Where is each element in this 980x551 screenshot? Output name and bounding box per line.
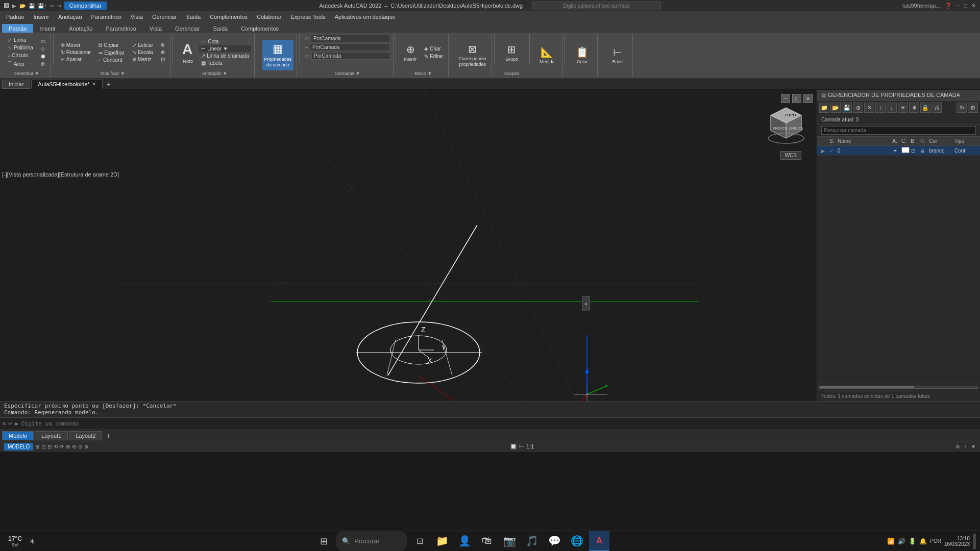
quick-save[interactable]: 💾 <box>29 3 35 9</box>
bloco-label[interactable]: Bloco ▼ <box>414 70 432 76</box>
btn-mover[interactable]: ✥Mover <box>59 42 93 48</box>
help-icon[interactable]: ❓ <box>945 3 952 9</box>
layer-bold[interactable]: ⊡ <box>909 148 918 154</box>
layer-active[interactable]: ☀ <box>890 148 899 154</box>
status-arrow-down[interactable]: ▼ <box>971 444 976 449</box>
btn-cota[interactable]: ↔Cota <box>199 38 251 45</box>
anotacao-label[interactable]: Anotação ▼ <box>202 70 227 76</box>
btn-draw-extra1[interactable]: ▭ <box>39 38 47 44</box>
tab-gerenciar[interactable]: Gerenciar <box>168 24 206 33</box>
viewport[interactable]: [-][Vista personalizada][Estrutura de ar… <box>0 90 817 401</box>
btn-propriedades-camada[interactable]: ▦ Propriedadesda camada <box>262 40 294 70</box>
minimize-btn[interactable]: ─ <box>956 3 960 9</box>
btn-base[interactable]: ⊢ Base <box>608 40 627 70</box>
clock[interactable]: 13:18 16/03/2023 <box>944 536 970 547</box>
btn-colar[interactable]: 📋 Colar <box>573 40 592 70</box>
quick-saveas[interactable]: 💾+ <box>38 3 47 9</box>
btn-layer-toggle2[interactable]: ❄ <box>909 103 919 113</box>
btn-aparar[interactable]: ✂Aparar <box>59 56 93 63</box>
btn-escala[interactable]: ⤡Escala <box>130 49 156 56</box>
btn-corresponder-prop[interactable]: ⊠ Corresponderpropriedades <box>456 40 488 70</box>
btn-editar-bloco[interactable]: ✎Editar <box>422 53 445 60</box>
btn-circulo[interactable]: ○Círculo <box>5 52 35 59</box>
menu-aplicativos[interactable]: Aplicativos em destaque <box>331 13 400 21</box>
btn-linha[interactable]: ⟋Linha <box>5 37 35 43</box>
taskbar-app-browser[interactable]: 🌐 <box>567 531 587 552</box>
menu-inserir[interactable]: Inserir <box>29 13 53 21</box>
btn-layer-toggle3[interactable]: 🔒 <box>920 103 930 113</box>
tab-anotacao[interactable]: Anotação <box>62 24 99 33</box>
btn-rotacionar[interactable]: ↻Rotacionar <box>59 49 93 56</box>
tab-vista[interactable]: Vista <box>143 24 168 33</box>
menu-parametrico[interactable]: Paramétrico <box>87 13 126 21</box>
btn-close-view[interactable]: ✕ <box>803 94 813 103</box>
layer-dropdown-1[interactable]: PorCamada <box>311 35 390 42</box>
panel-hscroll[interactable] <box>819 386 978 389</box>
quick-new[interactable]: ▶ <box>12 3 16 9</box>
btn-esticar[interactable]: ⤢Esticar <box>130 42 156 48</box>
header-colorname[interactable]: Cor <box>927 138 952 144</box>
nav-cube[interactable]: TOPO DIREITA FRENTE <box>766 105 806 146</box>
btn-matriz[interactable]: ⊞Matriz <box>130 56 156 63</box>
status-dynin-icon[interactable]: ⊕ <box>66 444 70 449</box>
btn-polilinha[interactable]: ⟍Polilinha <box>5 44 35 51</box>
layer-dropdown-3[interactable]: PorCamada <box>311 52 390 60</box>
status-snap-icon[interactable]: ⊡ <box>41 444 45 449</box>
btn-minimize-view[interactable]: ─ <box>781 94 790 103</box>
tab-saida[interactable]: Saída <box>206 24 234 33</box>
status-arrow-up[interactable]: ↑ <box>964 444 967 449</box>
tab-layout1[interactable]: Layout1 <box>35 431 68 440</box>
layer-search-input[interactable] <box>821 126 976 135</box>
quick-open[interactable]: 📂 <box>19 3 26 9</box>
status-lineweight-icon[interactable]: ⊖ <box>72 444 76 449</box>
btn-layer-delete[interactable]: ✕ <box>864 103 874 113</box>
btn-arco[interactable]: ⌒Arco <box>5 60 35 68</box>
language-label[interactable]: POR <box>930 538 941 544</box>
layer-name[interactable]: 0 <box>836 148 890 154</box>
panel-expand-btn[interactable]: » <box>582 296 590 311</box>
btn-copiar[interactable]: ⧉Copiar <box>96 42 126 49</box>
status-views-icon[interactable]: 🔲 <box>510 443 517 450</box>
btn-espelhar[interactable]: ⇔Espelhar <box>96 49 126 56</box>
header-name[interactable]: Nome <box>836 138 890 144</box>
modificar-label[interactable]: Modificar ▼ <box>101 70 125 76</box>
btn-draw-extra3[interactable]: ⬟ <box>39 53 47 60</box>
tab-layout2[interactable]: Layout2 <box>69 431 102 440</box>
status-scale-label[interactable]: 1:1 <box>526 443 534 450</box>
btn-concord[interactable]: ⌐Concord <box>96 57 126 63</box>
taskbar-app-messages[interactable]: 💬 <box>544 531 565 552</box>
btn-linha-chamada[interactable]: ↗Linha de chamada <box>199 53 251 59</box>
status-polar-icon[interactable]: ⟲ <box>54 444 58 449</box>
tab-inserir[interactable]: Inserir <box>33 24 62 33</box>
btn-grupo[interactable]: ⊞ Grupo <box>503 38 521 67</box>
task-view-button[interactable]: ⊡ <box>409 531 430 552</box>
header-type[interactable]: Tipo <box>952 138 978 144</box>
search-box[interactable]: Digite palavra-chave ou frase <box>532 2 660 10</box>
btn-layer-refresh[interactable]: ↻ <box>957 103 967 113</box>
doc-tab-add[interactable]: + <box>104 79 114 89</box>
status-modelo[interactable]: MODELO <box>4 443 33 450</box>
command-input[interactable] <box>21 420 978 427</box>
status-transparency-icon[interactable]: ⊙ <box>78 444 82 449</box>
wcs-label[interactable]: WCS <box>780 151 801 160</box>
btn-mod-extra2[interactable]: ⟰ <box>159 49 167 56</box>
restore-btn[interactable]: □ <box>964 3 967 9</box>
status-qprops-icon[interactable]: ⊛ <box>84 444 88 449</box>
header-color[interactable]: C. <box>899 138 909 144</box>
status-ann-icon[interactable]: ⊢ <box>519 443 524 450</box>
search-button[interactable]: 🔍 Procurar <box>336 531 407 552</box>
btn-mod-extra3[interactable]: ⊡ <box>159 56 167 63</box>
quick-undo[interactable]: ↩ <box>50 3 54 9</box>
doc-tab-aulahiper[interactable]: AulaS5Hiperboloide* ✕ <box>31 80 103 89</box>
btn-layer-toggle4[interactable]: 🖨 <box>932 103 942 113</box>
taskbar-app-music[interactable]: 🎵 <box>522 531 542 552</box>
taskbar-app-autocad[interactable]: A <box>589 531 609 552</box>
menu-saida[interactable]: Saída <box>182 13 205 21</box>
btn-draw-extra2[interactable]: ◇ <box>39 45 47 52</box>
btn-layer-settings[interactable]: ⚙ <box>968 103 978 113</box>
show-desktop-btn[interactable] <box>973 534 976 549</box>
menu-gerenciar[interactable]: Gerenciar <box>148 13 181 21</box>
battery-icon[interactable]: 🔋 <box>909 538 916 545</box>
btn-layer-new[interactable]: 📁 <box>819 103 829 113</box>
tab-modelo[interactable]: Modelo <box>2 431 34 440</box>
